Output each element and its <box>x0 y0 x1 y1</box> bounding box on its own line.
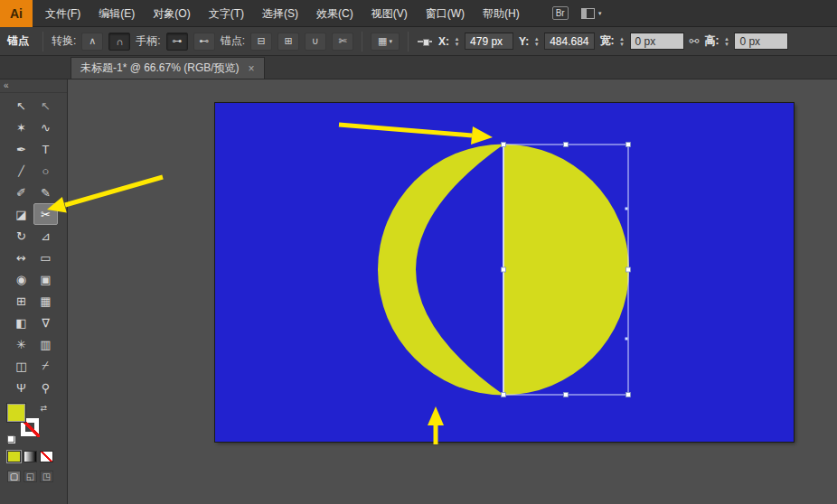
menu-item-6[interactable]: 效果(C) <box>307 0 362 27</box>
width-stepper[interactable]: ▴▾ <box>617 36 627 47</box>
zoom-tool[interactable]: ⚲ <box>33 377 58 398</box>
color-button[interactable] <box>7 451 21 462</box>
handle-top-center[interactable] <box>564 143 569 147</box>
symbol-sprayer-tool[interactable]: ✳ <box>9 333 33 355</box>
bridge-button[interactable]: Br <box>552 6 569 20</box>
menu-item-7[interactable]: 视图(V) <box>362 0 417 27</box>
workspace-switcher-button[interactable]: ▼ <box>581 8 603 19</box>
menu-item-9[interactable]: 帮助(H) <box>474 0 529 27</box>
document-tab-bar: 未标题-1* @ 66.67% (RGB/预览) × <box>0 56 837 79</box>
cut-path-button[interactable]: ✄ <box>332 33 353 51</box>
handles-label: 手柄: <box>136 33 160 49</box>
menu-item-3[interactable]: 对象(O) <box>144 0 199 27</box>
constrain-proportions-icon[interactable]: ⚯ <box>690 34 700 48</box>
caret-down-icon: ▾ <box>389 38 392 45</box>
handle-top-right[interactable] <box>626 143 631 147</box>
lasso-tool[interactable]: ∿ <box>33 117 58 138</box>
height-stepper[interactable]: ▴▾ <box>721 36 731 47</box>
artboard[interactable] <box>215 103 794 442</box>
pencil-tool[interactable]: ✎ <box>33 182 58 203</box>
draw-inside-button[interactable]: ◳ <box>40 471 53 482</box>
draw-normal-button[interactable]: ▢ <box>7 471 21 482</box>
swap-fill-stroke-icon[interactable]: ⇄ <box>40 404 47 413</box>
rotate-tool[interactable]: ↻ <box>9 225 33 247</box>
live-paint-bucket-tool[interactable]: ▣ <box>33 268 58 290</box>
x-stepper[interactable]: ▴▾ <box>452 36 462 47</box>
shape-builder-tool[interactable]: ◉ <box>9 268 33 290</box>
hide-handles-button[interactable]: ⊷ <box>193 33 215 51</box>
control-bar: 锚点 转换: ∧ ∩ 手柄: ⊶ ⊷ 锚点: ⊟ ⊞ ∪ ✄ ▦▾ X: ▴▾ … <box>0 27 837 56</box>
magic-wand-tool[interactable]: ✶ <box>9 117 33 138</box>
y-field-group: Y: ▴▾ 484.684 <box>519 33 595 50</box>
show-handles-button[interactable]: ⊶ <box>166 33 188 51</box>
color-mode-buttons <box>7 451 67 462</box>
y-stepper[interactable]: ▴▾ <box>531 36 541 47</box>
tab-close-button[interactable]: × <box>249 62 255 75</box>
handle-middle-right[interactable] <box>626 267 631 272</box>
stepper-down-icon[interactable]: ▾ <box>535 42 539 47</box>
remove-anchor-button[interactable]: ⊟ <box>250 33 272 51</box>
selection-tool[interactable]: ↖ <box>9 95 33 117</box>
scale-tool[interactable]: ⊿ <box>33 225 58 247</box>
x-field-group: X: ▴▾ 479 px <box>438 33 513 50</box>
handle-top-left[interactable] <box>502 143 506 147</box>
handle-bottom-center[interactable] <box>564 393 569 397</box>
anchor-point-size-icon[interactable] <box>417 33 433 51</box>
gradient-button[interactable] <box>24 451 37 462</box>
add-anchor-button[interactable]: ⊞ <box>277 33 299 51</box>
ellipse-tool[interactable]: ○ <box>33 160 58 182</box>
column-graph-tool[interactable]: ▥ <box>33 333 58 355</box>
type-tool[interactable]: T <box>33 138 58 160</box>
pen-tool[interactable]: ✒ <box>9 138 33 160</box>
app-logo[interactable]: Ai <box>0 0 33 27</box>
draw-behind-button[interactable]: ◱ <box>24 471 37 482</box>
x-input[interactable]: 479 px <box>465 33 513 50</box>
document-tab-title: 未标题-1* @ 66.67% (RGB/预览) <box>80 61 240 76</box>
artboard-tool[interactable]: ◫ <box>9 355 33 377</box>
slice-tool[interactable]: ⌿ <box>33 355 58 377</box>
perspective-grid-tool[interactable]: ⊞ <box>9 290 33 312</box>
mesh-tool[interactable]: ▦ <box>33 290 58 312</box>
line-segment-tool[interactable]: ╱ <box>9 160 33 182</box>
convert-to-smooth-button[interactable]: ∩ <box>108 33 130 51</box>
free-transform-tool[interactable]: ▭ <box>33 247 58 268</box>
workspace-icon <box>581 8 595 19</box>
fill-swatch[interactable] <box>7 404 25 422</box>
default-fill-stroke-icon[interactable] <box>7 435 15 443</box>
menu-item-2[interactable]: 编辑(E) <box>89 0 144 27</box>
stepper-down-icon[interactable]: ▾ <box>620 42 624 47</box>
connect-endpoints-button[interactable]: ∪ <box>305 33 326 51</box>
hand-tool[interactable]: Ψ <box>9 377 33 398</box>
document-tab[interactable]: 未标题-1* @ 66.67% (RGB/预览) × <box>71 57 265 79</box>
stepper-down-icon[interactable]: ▾ <box>725 42 729 47</box>
y-input[interactable]: 484.684 <box>544 33 594 50</box>
scissors-tool[interactable]: ✂ <box>33 203 58 225</box>
convert-label: 转换: <box>52 33 76 49</box>
anchor-point[interactable] <box>625 338 628 341</box>
gradient-tool[interactable]: ◧ <box>9 312 33 333</box>
stepper-down-icon[interactable]: ▾ <box>456 42 459 47</box>
handle-bottom-left[interactable] <box>502 393 506 397</box>
handle-bottom-right[interactable] <box>626 393 631 397</box>
select-similar-dropdown[interactable]: ▦▾ <box>371 33 400 51</box>
eyedropper-tool[interactable]: ∇ <box>33 312 58 333</box>
menu-item-1[interactable]: 文件(F) <box>36 0 89 27</box>
canvas-area[interactable] <box>68 79 837 504</box>
menu-item-5[interactable]: 选择(S) <box>253 0 307 27</box>
menu-item-8[interactable]: 窗口(W) <box>417 0 474 27</box>
eraser-tool[interactable]: ◪ <box>9 203 33 225</box>
convert-to-corner-button[interactable]: ∧ <box>81 33 103 51</box>
width-label: 宽: <box>600 33 615 49</box>
separator <box>42 32 43 51</box>
height-input[interactable]: 0 px <box>734 33 788 50</box>
none-button[interactable] <box>40 451 53 462</box>
anchor-point[interactable] <box>625 208 628 210</box>
width-tool[interactable]: ↭ <box>9 247 33 268</box>
panel-collapse-button[interactable]: « <box>0 79 67 93</box>
menu-item-4[interactable]: 文字(T) <box>200 0 253 27</box>
separator <box>362 32 362 51</box>
direct-selection-tool[interactable]: ↖ <box>33 95 58 117</box>
handle-middle-left[interactable] <box>502 267 506 272</box>
width-input[interactable]: 0 px <box>630 33 684 50</box>
paintbrush-tool[interactable]: ✐ <box>9 182 33 203</box>
